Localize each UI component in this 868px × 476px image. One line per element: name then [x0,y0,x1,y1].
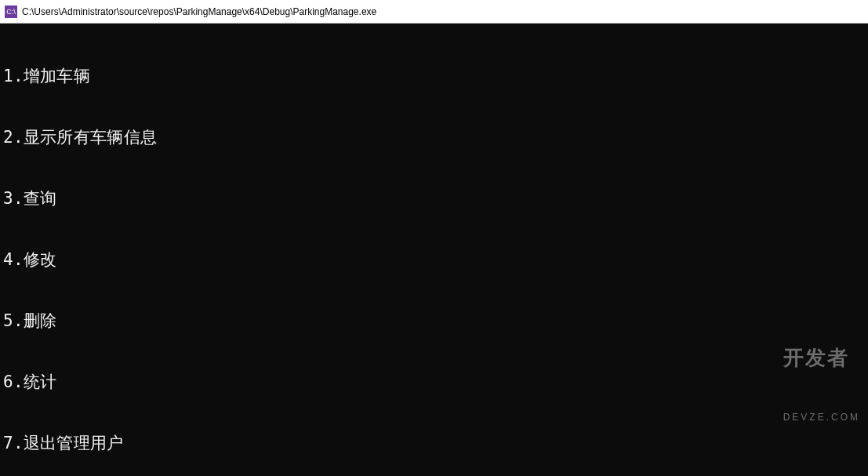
console-output: 1.增加车辆 2.显示所有车辆信息 3.查询 4.修改 5.删除 6.统计 7.… [0,24,868,476]
watermark-text: 开发者 [783,347,860,368]
menu-item: 1.增加车辆 [3,66,865,86]
menu-item: 4.修改 [3,249,865,270]
app-icon: C:\ [5,5,17,18]
menu-item: 3.查询 [3,188,865,209]
menu-item: 7.退出管理用户 [3,433,865,453]
menu-item: 5.删除 [3,311,865,331]
menu-item: 6.统计 [3,372,865,392]
watermark-url: DEVZE.COM [783,407,860,427]
menu-item: 2.显示所有车辆信息 [3,127,865,147]
title-bar: C:\ C:\Users\Administrator\source\repos\… [0,0,868,24]
window-title: C:\Users\Administrator\source\repos\Park… [22,6,376,17]
